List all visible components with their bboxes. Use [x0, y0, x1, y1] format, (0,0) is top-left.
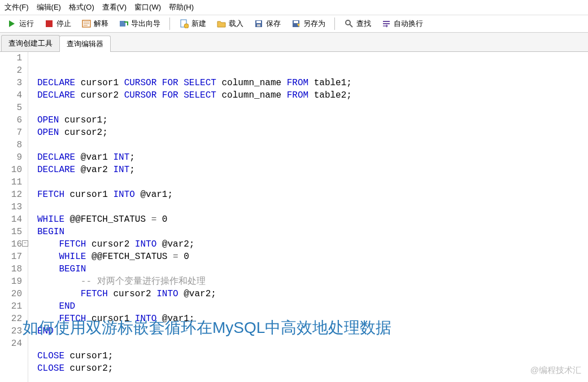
save-label: 保存: [266, 19, 281, 29]
line-gutter: 12345678910111213141516−1718192021222324: [0, 52, 28, 382]
code-line[interactable]: DECLARE @var2 INT;: [37, 164, 352, 176]
code-line[interactable]: -- 对两个变量进行操作和处理: [37, 275, 352, 288]
code-line[interactable]: FETCH cursor2 INTO @var2;: [37, 288, 352, 300]
code-line[interactable]: END: [37, 325, 352, 337]
saveas-icon: [291, 19, 301, 29]
code-line[interactable]: FETCH cursor2 INTO @var2;: [37, 238, 352, 251]
code-line[interactable]: WHILE @@FETCH_STATUS = 0: [37, 251, 352, 263]
run-label: 运行: [19, 19, 34, 29]
code-line[interactable]: BEGIN: [37, 263, 352, 275]
play-icon: [7, 19, 17, 29]
svg-point-14: [346, 20, 350, 25]
line-number: 4: [0, 89, 23, 102]
watermark: ​@编程技术汇: [530, 364, 581, 376]
svg-rect-1: [46, 20, 53, 27]
line-number: 6: [0, 114, 23, 126]
line-number: 18: [0, 263, 23, 275]
line-number: 2: [0, 64, 23, 77]
code-line[interactable]: CLOSE cursor2;: [37, 362, 352, 375]
line-number: 15: [0, 226, 23, 238]
code-line[interactable]: FETCH cursor1 INTO @var1;: [37, 188, 352, 201]
line-number: 16−: [0, 238, 23, 251]
save-button[interactable]: 保存: [250, 17, 284, 30]
line-number: 21: [0, 300, 23, 313]
explain-button[interactable]: 解释: [78, 17, 112, 30]
code-editor[interactable]: 12345678910111213141516−1718192021222324…: [0, 52, 588, 382]
code-line[interactable]: END: [37, 300, 352, 313]
menu-window[interactable]: 窗口(W): [134, 2, 161, 12]
separator: [169, 17, 170, 30]
code-line[interactable]: [37, 337, 352, 350]
code-line[interactable]: [37, 102, 352, 114]
wrap-button[interactable]: 自动换行: [378, 17, 426, 30]
svg-rect-10: [256, 21, 261, 23]
save-icon: [254, 19, 264, 29]
line-number: 5: [0, 102, 23, 114]
line-number: 9: [0, 151, 23, 164]
load-button[interactable]: 载入: [213, 17, 247, 30]
export-button[interactable]: 导出向导: [115, 17, 164, 30]
saveas-label: 另存为: [303, 19, 325, 29]
toolbar: 运行 停止 解释 导出向导 新建 载入 保存 另存为 查找 自动换行: [0, 15, 588, 33]
line-number: 22: [0, 313, 23, 325]
code-line[interactable]: FETCH cursor1 INTO @var1;: [37, 313, 352, 325]
menu-file[interactable]: 文件(F): [5, 2, 29, 12]
stop-button[interactable]: 停止: [41, 17, 75, 30]
line-number: 17: [0, 251, 23, 263]
code-area[interactable]: DECLARE cursor1 CURSOR FOR SELECT column…: [28, 52, 352, 382]
export-icon: [119, 19, 129, 29]
new-button[interactable]: 新建: [176, 17, 210, 30]
fold-marker-icon[interactable]: −: [22, 240, 28, 247]
line-number: 23: [0, 325, 23, 337]
tab-query-builder[interactable]: 查询创建工具: [1, 35, 60, 51]
find-button[interactable]: 查找: [341, 17, 374, 30]
menu-format[interactable]: 格式(O): [69, 2, 94, 12]
code-line[interactable]: OPEN cursor1;: [37, 114, 352, 126]
svg-rect-11: [257, 24, 260, 27]
svg-marker-0: [9, 20, 15, 27]
wrap-label: 自动换行: [394, 19, 423, 29]
saveas-button[interactable]: 另存为: [288, 17, 329, 30]
line-number: 3: [0, 77, 23, 89]
code-line[interactable]: [37, 139, 352, 151]
line-number: 13: [0, 201, 23, 213]
code-line[interactable]: CLOSE cursor1;: [37, 350, 352, 362]
menu-help[interactable]: 帮助(H): [169, 2, 194, 12]
line-number: 20: [0, 288, 23, 300]
load-label: 载入: [229, 19, 243, 29]
code-line[interactable]: [37, 176, 352, 188]
tab-bar: 查询创建工具 查询编辑器: [0, 33, 588, 52]
line-number: 11: [0, 176, 23, 188]
svg-rect-13: [294, 21, 298, 23]
line-number: 24: [0, 337, 23, 350]
find-label: 查找: [356, 19, 371, 29]
run-button[interactable]: 运行: [3, 17, 37, 30]
svg-line-15: [350, 24, 352, 27]
tab-query-editor[interactable]: 查询编辑器: [59, 36, 111, 52]
stop-label: 停止: [56, 19, 71, 29]
wrap-icon: [381, 19, 391, 29]
code-line[interactable]: DECLARE cursor2 CURSOR FOR SELECT column…: [37, 89, 352, 102]
code-line[interactable]: [37, 201, 352, 213]
code-line[interactable]: DECLARE cursor1 CURSOR FOR SELECT column…: [37, 77, 352, 89]
code-line[interactable]: DECLARE @var1 INT;: [37, 151, 352, 164]
stop-icon: [44, 19, 54, 29]
code-line[interactable]: BEGIN: [37, 226, 352, 238]
separator: [334, 17, 335, 30]
line-number: 12: [0, 188, 23, 201]
menu-view[interactable]: 查看(V): [102, 2, 127, 12]
svg-point-8: [184, 24, 189, 28]
code-line[interactable]: WHILE @@FETCH_STATUS = 0: [37, 213, 352, 226]
new-label: 新建: [191, 19, 206, 29]
line-number: 1: [0, 52, 23, 64]
line-number: 14: [0, 213, 23, 226]
menu-edit[interactable]: 编辑(E): [37, 2, 61, 12]
search-icon: [344, 19, 354, 29]
new-icon: [179, 19, 189, 29]
load-icon: [216, 19, 227, 29]
explain-icon: [81, 19, 92, 29]
menu-bar: 文件(F) 编辑(E) 格式(O) 查看(V) 窗口(W) 帮助(H): [0, 0, 588, 15]
line-number: 10: [0, 164, 23, 176]
code-line[interactable]: OPEN cursor2;: [37, 126, 352, 139]
line-number: 7: [0, 126, 23, 139]
